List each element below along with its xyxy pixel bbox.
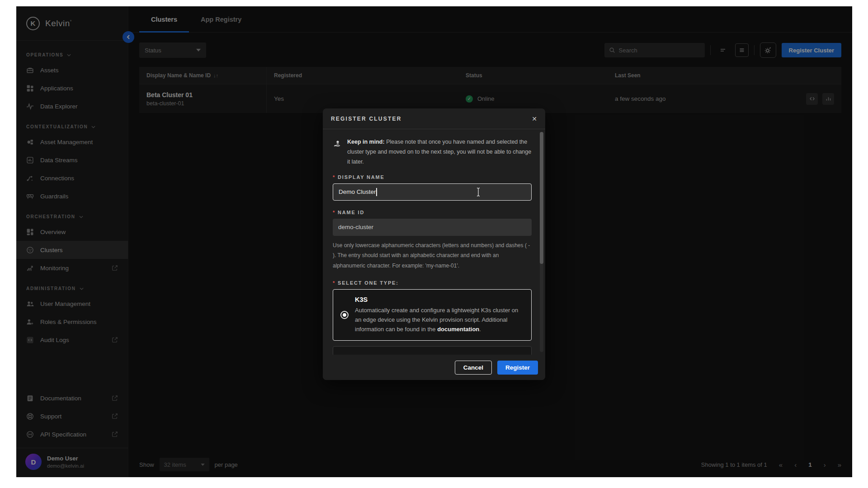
modal-title: REGISTER CLUSTER bbox=[331, 116, 402, 122]
close-icon[interactable]: ✕ bbox=[532, 115, 537, 122]
cancel-button[interactable]: Cancel bbox=[455, 361, 492, 375]
ibeam-cursor bbox=[476, 187, 481, 197]
name-id-label: * NAME ID bbox=[333, 210, 532, 215]
required-asterisk: * bbox=[333, 210, 335, 215]
note-bold: Keep in mind: bbox=[347, 139, 385, 145]
option-description: Automatically create and configure a lig… bbox=[355, 306, 524, 334]
option-title: K3S bbox=[355, 296, 524, 303]
select-type-label: * SELECT ONE TYPE: bbox=[333, 280, 532, 286]
display-name-label: * DISPLAY NAME bbox=[333, 174, 532, 180]
name-id-help-text: Use only lowercase alphanumeric characte… bbox=[333, 240, 532, 271]
radio-selected-icon[interactable] bbox=[340, 311, 349, 319]
reminder-icon bbox=[333, 139, 342, 148]
keep-in-mind-note: Keep in mind: Please note that once you … bbox=[333, 137, 532, 167]
app-window: K Kelvin° OPERATIONS Assets Applications… bbox=[16, 6, 852, 477]
modal-scrollbar-track bbox=[540, 132, 543, 352]
name-id-input[interactable] bbox=[333, 219, 532, 236]
modal-footer: Cancel Register bbox=[323, 355, 545, 380]
cluster-type-option-kubernetes[interactable]: Kubernetes bbox=[333, 346, 532, 355]
required-asterisk: * bbox=[333, 174, 335, 180]
register-cluster-modal: REGISTER CLUSTER ✕ Keep in mind: Please … bbox=[323, 108, 545, 380]
modal-header: REGISTER CLUSTER ✕ bbox=[323, 108, 545, 129]
modal-body: Keep in mind: Please note that once you … bbox=[323, 129, 545, 355]
register-button[interactable]: Register bbox=[497, 361, 538, 375]
display-name-input[interactable] bbox=[333, 183, 532, 201]
modal-scrollbar-thumb[interactable] bbox=[540, 132, 543, 264]
documentation-link[interactable]: documentation bbox=[437, 326, 479, 333]
cluster-type-option-k3s[interactable]: K3S Automatically create and configure a… bbox=[333, 289, 532, 341]
required-asterisk: * bbox=[333, 280, 335, 286]
text-caret bbox=[376, 188, 377, 196]
